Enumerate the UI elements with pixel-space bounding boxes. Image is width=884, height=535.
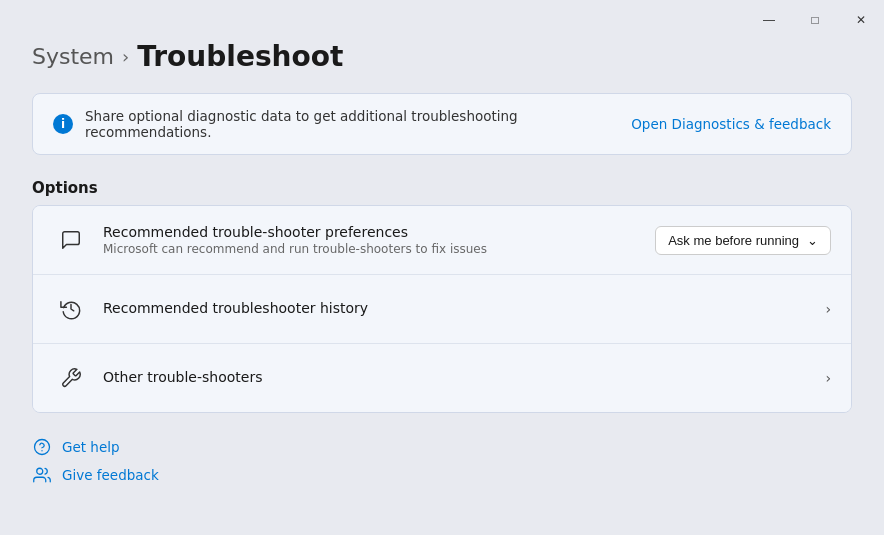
main-content: System › Troubleshoot i Share optional d…: [0, 40, 884, 509]
chevron-right-icon: ›: [825, 301, 831, 317]
option-subtitle-recommended-preferences: Microsoft can recommend and run trouble-…: [103, 242, 655, 256]
option-text-other: Other trouble-shooters: [103, 369, 825, 387]
option-right-other: ›: [825, 370, 831, 386]
option-right-recommended-preferences: Ask me before running ⌄: [655, 226, 831, 255]
option-row-other[interactable]: Other trouble-shooters ›: [33, 344, 851, 412]
page-title: Troubleshoot: [137, 40, 343, 73]
option-text-history: Recommended troubleshooter history: [103, 300, 825, 318]
give-feedback-label: Give feedback: [62, 467, 159, 483]
maximize-button[interactable]: □: [792, 4, 838, 36]
svg-point-0: [35, 440, 50, 455]
title-bar-controls: — □ ✕: [746, 0, 884, 40]
title-bar: — □ ✕: [0, 0, 884, 40]
chat-icon: [53, 222, 89, 258]
options-container: Recommended trouble-shooter preferences …: [32, 205, 852, 413]
option-title-recommended-preferences: Recommended trouble-shooter preferences: [103, 224, 655, 240]
breadcrumb-parent[interactable]: System: [32, 44, 114, 69]
breadcrumb: System › Troubleshoot: [32, 40, 852, 73]
get-help-link[interactable]: Get help: [32, 437, 120, 457]
option-title-history: Recommended troubleshooter history: [103, 300, 825, 316]
footer-links: Get help Give feedback: [32, 437, 852, 485]
info-icon: i: [53, 114, 73, 134]
breadcrumb-separator: ›: [122, 46, 129, 67]
option-row-history[interactable]: Recommended troubleshooter history ›: [33, 275, 851, 344]
chevron-down-icon: ⌄: [807, 233, 818, 248]
info-banner-left: i Share optional diagnostic data to get …: [53, 108, 631, 140]
option-title-other: Other trouble-shooters: [103, 369, 825, 385]
svg-point-2: [37, 468, 43, 474]
history-icon: [53, 291, 89, 327]
chevron-right-icon-other: ›: [825, 370, 831, 386]
info-banner: i Share optional diagnostic data to get …: [32, 93, 852, 155]
option-text-recommended-preferences: Recommended trouble-shooter preferences …: [103, 224, 655, 256]
option-row-recommended-preferences[interactable]: Recommended trouble-shooter preferences …: [33, 206, 851, 275]
open-diagnostics-link[interactable]: Open Diagnostics & feedback: [631, 116, 831, 132]
minimize-button[interactable]: —: [746, 4, 792, 36]
get-help-label: Get help: [62, 439, 120, 455]
give-feedback-icon: [32, 465, 52, 485]
options-section-label: Options: [32, 179, 852, 197]
close-button[interactable]: ✕: [838, 4, 884, 36]
info-banner-text: Share optional diagnostic data to get ad…: [85, 108, 631, 140]
ask-me-dropdown[interactable]: Ask me before running ⌄: [655, 226, 831, 255]
dropdown-value: Ask me before running: [668, 233, 799, 248]
option-right-history: ›: [825, 301, 831, 317]
wrench-icon: [53, 360, 89, 396]
give-feedback-link[interactable]: Give feedback: [32, 465, 159, 485]
get-help-icon: [32, 437, 52, 457]
